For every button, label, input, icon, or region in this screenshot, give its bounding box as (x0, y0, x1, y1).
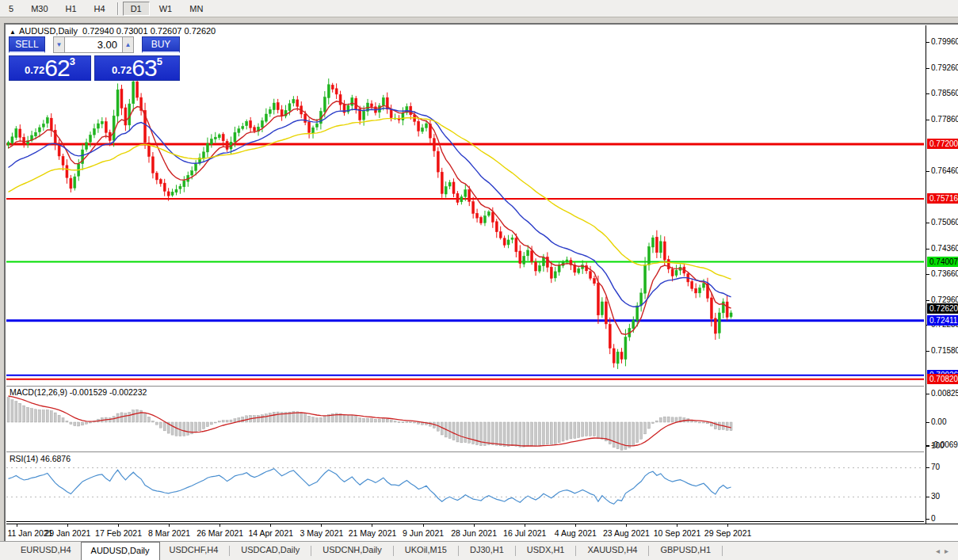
macd-label: MACD(12,26,9) -0.001529 -0.002232 (10, 387, 147, 397)
chart-title: ▲AUDUSD,Daily 0.72940 0.73001 0.72607 0.… (10, 26, 216, 36)
axis-price-tick: 70 (931, 463, 940, 471)
current-price-label: 0.72620 (927, 303, 958, 314)
tab-divider (575, 546, 576, 556)
axis-tick-mark (926, 446, 929, 447)
axis-price-tick: 0 (931, 514, 936, 523)
tab-divider (311, 546, 311, 556)
sell-price-sup: 3 (70, 56, 75, 67)
time-axis-tick (118, 524, 119, 527)
time-axis-label: 29 Jan 2021 (45, 528, 91, 538)
time-axis-label: 8 Mar 2021 (148, 528, 190, 538)
chart-tab-gbpusd[interactable]: GBPUSD,H1 (651, 542, 720, 560)
spacer (45, 36, 53, 53)
timeframe-toolbar: 5M30H1H4D1W1MN (0, 0, 958, 17)
one-click-trading-panel: SELL ▼ 3.00 ▲ BUY 0.72623 0.72635 (9, 36, 180, 81)
chart-tab-xauusd[interactable]: XAUUSD,H4 (578, 542, 647, 560)
time-axis-label: 3 May 2021 (300, 528, 343, 538)
price-line-label: 0.74007 (927, 257, 958, 267)
chart-tab-bar: EURUSD,H4AUDUSD,DailyUSDCHF,H4USDCAD,Dai… (0, 541, 958, 560)
rsi-label: RSI(14) 46.6876 (10, 454, 71, 463)
chevron-up-icon: ▲ (125, 41, 132, 48)
axis-tick-mark (926, 497, 929, 497)
buy-price-sup: 5 (157, 56, 162, 67)
time-axis-label: 29 Sep 2021 (704, 528, 752, 538)
chevron-down-icon: ▼ (56, 41, 63, 48)
volume-input[interactable]: 3.00 (65, 36, 122, 53)
buy-price-quote[interactable]: 0.72635 (94, 55, 180, 81)
sell-price-quote[interactable]: 0.72623 (9, 55, 91, 81)
time-axis-label: 9 Jun 2021 (403, 528, 444, 538)
axis-tick-mark (926, 120, 929, 120)
time-axis-tick (67, 524, 68, 527)
tab-divider (648, 546, 649, 556)
volume-increase-button[interactable]: ▲ (122, 36, 134, 53)
axis-tick-mark (926, 249, 929, 250)
time-axis-label: 14 Apr 2021 (248, 528, 293, 538)
time-axis-tick (219, 524, 220, 527)
axis-tick-mark (926, 300, 929, 301)
time-axis-tick (423, 524, 424, 527)
time-axis-tick (677, 524, 677, 527)
price-axis[interactable]: 0.799600.792600.785600.778600.764600.750… (926, 25, 958, 524)
timeframe-button-mn[interactable]: MN (181, 2, 211, 16)
timeframe-button-d1[interactable]: D1 (123, 2, 150, 16)
axis-price-tick: 0.77860 (931, 115, 958, 124)
axis-price-tick: 0.008253 (931, 389, 958, 398)
price-line-label: 0.75716 (927, 193, 958, 204)
time-axis-label: 17 Feb 2021 (95, 528, 142, 538)
axis-price-tick: 0.00 (931, 417, 946, 426)
axis-price-tick: 0.79260 (931, 63, 958, 72)
time-axis-tick (525, 524, 525, 527)
axis-tick-mark (926, 274, 929, 275)
axis-price-tick: 0.75060 (931, 218, 958, 227)
axis-tick-mark (926, 171, 929, 172)
timeframe-button-h4[interactable]: H4 (86, 2, 113, 16)
tabs-scroll-left-icon[interactable]: ◂ (936, 547, 945, 555)
tab-divider (458, 546, 459, 556)
chart-tab-usdx[interactable]: USDX,H1 (517, 542, 574, 560)
time-axis-tick (727, 524, 728, 527)
toolbar-separator (117, 2, 119, 15)
time-axis-tick (270, 524, 271, 527)
chart-tab-usdcnh[interactable]: USDCNH,Daily (313, 542, 391, 560)
timeframe-button-w1[interactable]: W1 (151, 2, 181, 16)
axis-tick-mark (926, 467, 929, 468)
chart-canvas[interactable] (6, 25, 924, 523)
time-axis-label: 23 Aug 2021 (603, 528, 650, 538)
tab-divider (722, 546, 723, 556)
chart-tab-audusd[interactable]: AUDUSD,Daily (81, 542, 160, 560)
axis-tick-mark (926, 351, 929, 352)
time-axis-label: 28 Jun 2021 (451, 528, 497, 538)
timeframe-button-h1[interactable]: H1 (58, 2, 85, 16)
time-axis-tick (372, 524, 372, 527)
collapse-indicator-icon[interactable]: ▲ (10, 29, 16, 36)
chart-tab-ukoil[interactable]: UKOil,M15 (395, 542, 456, 560)
axis-price-tick: 100 (931, 441, 945, 450)
buy-button[interactable]: BUY (142, 36, 180, 53)
chart-tab-eurusd[interactable]: EURUSD,H4 (11, 542, 81, 560)
axis-tick-mark (926, 68, 929, 69)
price-line-label: 0.72411 (927, 315, 958, 326)
volume-decrease-button[interactable]: ▼ (53, 36, 65, 53)
chart-tab-dj30[interactable]: DJ30,H1 (460, 542, 513, 560)
axis-price-tick: 0.78560 (931, 89, 958, 97)
price-line-label: 0.77200 (927, 139, 958, 149)
time-axis[interactable]: 11 Jan 202129 Jan 202117 Feb 20218 Mar 2… (6, 524, 958, 541)
time-axis-tick (626, 524, 627, 527)
time-axis-tick (474, 524, 475, 527)
timeframe-button-5[interactable]: 5 (1, 2, 21, 16)
chart-tab-usdcad[interactable]: USDCAD,Daily (231, 542, 309, 560)
sell-button[interactable]: SELL (9, 36, 45, 53)
tab-divider (229, 546, 230, 556)
time-axis-label: 4 Aug 2021 (555, 528, 597, 538)
axis-price-tick: 30 (931, 492, 940, 501)
sell-price-prefix: 0.72 (25, 63, 44, 78)
tab-scroll-arrows[interactable]: ◂▸ (936, 547, 953, 555)
tabs-scroll-right-icon[interactable]: ▸ (945, 547, 953, 555)
time-axis-label: 21 May 2021 (349, 528, 397, 538)
chart-tab-usdchf[interactable]: USDCHF,H4 (160, 542, 228, 560)
axis-tick-mark (926, 422, 929, 423)
buy-price-prefix: 0.72 (112, 63, 132, 78)
timeframe-button-m30[interactable]: M30 (23, 2, 55, 16)
axis-price-tick: 0.76460 (931, 166, 958, 175)
